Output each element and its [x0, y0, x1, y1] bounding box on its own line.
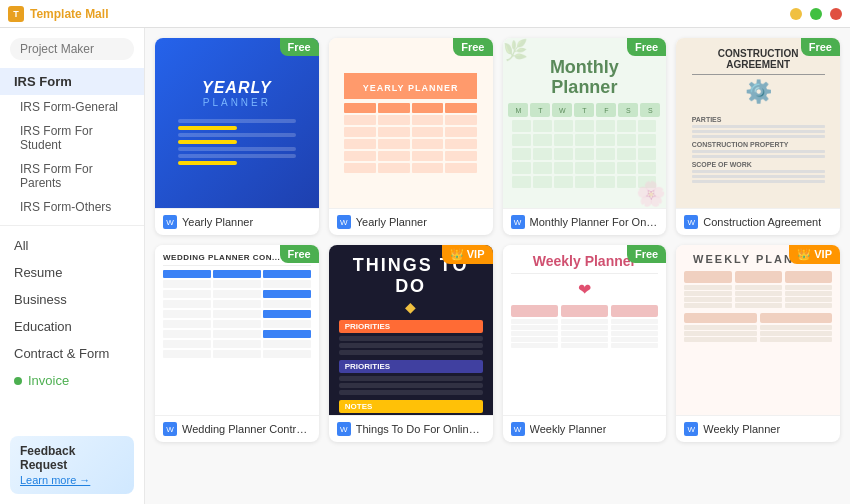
wedding-cell	[213, 290, 261, 298]
search-input[interactable]	[20, 42, 145, 56]
todo-line	[339, 390, 483, 395]
wedding-cell	[213, 280, 261, 288]
weekly-free-grid	[511, 305, 659, 349]
monthly-cal-cell	[575, 148, 594, 160]
wv-bottom-section	[684, 313, 756, 343]
sidebar-item-invoice[interactable]: Invoice	[0, 367, 144, 394]
card-icon-weekly-vip: W	[684, 422, 698, 436]
yearly-2-cell	[445, 151, 477, 161]
close-button[interactable]	[830, 8, 842, 20]
card-yearly-2[interactable]: YEARLY PLANNER	[329, 38, 493, 235]
card-weekly-free[interactable]: Weekly Planner ❤	[503, 245, 667, 442]
yearly-2-cell	[412, 103, 444, 113]
wv-line	[785, 297, 832, 302]
content-area: Yearly PLANNER Free	[145, 28, 850, 504]
sidebar-item-resume[interactable]: Resume	[0, 259, 144, 286]
invoice-dot	[14, 377, 22, 385]
sidebar-item-business[interactable]: Business	[0, 286, 144, 313]
wv-line	[684, 331, 756, 336]
monthly-cal-cell	[617, 162, 636, 174]
yearly-2-cell	[344, 127, 376, 137]
wv-line	[684, 291, 731, 296]
yearly-2-cell	[378, 151, 410, 161]
sidebar-divider	[0, 225, 144, 226]
wf-line	[511, 331, 558, 336]
card-thumbnail-yearly-1: Yearly PLANNER Free	[155, 38, 319, 208]
sidebar-sub-irs-parents[interactable]: IRS Form For Parents	[0, 157, 144, 195]
card-weekly-vip[interactable]: WEEKLY PLANNER	[676, 245, 840, 442]
wedding-row	[163, 310, 311, 318]
card-footer-yearly-1: W Yearly Planner	[155, 208, 319, 235]
sidebar-item-all[interactable]: All	[0, 232, 144, 259]
wedding-cell	[263, 290, 311, 298]
sidebar-bottom: Feedback Request Learn more →	[0, 426, 144, 504]
sidebar-sub-irs-others[interactable]: IRS Form-Others	[0, 195, 144, 219]
feedback-link[interactable]: Learn more →	[20, 474, 90, 486]
wv-line	[760, 331, 832, 336]
card-title-construction: Construction Agreement	[703, 216, 821, 228]
wedding-cell	[263, 280, 311, 288]
monthly-cal-cell	[512, 176, 531, 188]
todo-diamond: ◆	[339, 299, 483, 315]
template-yearly-1: Yearly PLANNER	[155, 38, 319, 208]
sidebar-item-contract[interactable]: Contract & Form	[0, 340, 144, 367]
wedding-cell	[163, 330, 211, 338]
wv-line	[684, 337, 756, 342]
sidebar-sub-irs-general[interactable]: IRS Form-General	[0, 95, 144, 119]
wedding-cell	[163, 270, 211, 278]
wf-line	[611, 325, 658, 330]
yearly-2-cell	[412, 139, 444, 149]
card-construction[interactable]: CONSTRUCTION AGREEMENT ⚙️ PARTIES CONSTR…	[676, 38, 840, 235]
yearly-2-cell	[445, 115, 477, 125]
wedding-cell	[213, 330, 261, 338]
monthly-cal-cell	[575, 120, 594, 132]
monthly-cal-cell	[638, 148, 657, 160]
app-title: Template Mall	[30, 7, 108, 21]
yearly-2-cell	[344, 103, 376, 113]
template-wedding: WEDDING PLANNER CON...	[155, 245, 319, 415]
card-todo[interactable]: THINGS TO DO ◆ PRIORITIES PRIORITIES	[329, 245, 493, 442]
wv-col	[735, 271, 782, 309]
card-monthly-1[interactable]: 🌿 MonthlyPlanner M T W T F S S 🌸	[503, 38, 667, 235]
monthly-cal-cell	[617, 148, 636, 160]
card-yearly-1[interactable]: Yearly PLANNER Free	[155, 38, 319, 235]
sidebar-item-education[interactable]: Education	[0, 313, 144, 340]
weekly-free-heart: ❤	[511, 280, 659, 299]
yearly-2-cell	[412, 163, 444, 173]
wv-bottom-hdr	[760, 313, 832, 323]
badge-weekly-free: Free	[627, 245, 666, 263]
maximize-button[interactable]	[810, 8, 822, 20]
monthly-cal-cell	[533, 176, 552, 188]
wv-line	[785, 303, 832, 308]
monthly-cal-cell	[575, 162, 594, 174]
monthly-cal-cell	[638, 120, 657, 132]
yearly-1-line2	[178, 133, 296, 137]
yearly-2-cell	[412, 151, 444, 161]
sidebar-item-irs-form[interactable]: IRS Form	[0, 68, 144, 95]
business-label: Business	[14, 292, 67, 307]
day-fri: F	[596, 103, 616, 117]
c-line	[692, 125, 825, 128]
wedding-cell	[163, 350, 211, 358]
badge-yearly-1: Free	[280, 38, 319, 56]
card-icon-yearly-2: W	[337, 215, 351, 229]
c-line	[692, 175, 825, 178]
wedding-cell	[263, 300, 311, 308]
minimize-button[interactable]	[790, 8, 802, 20]
weekly-free-col	[611, 305, 658, 349]
yearly-1-line4	[178, 154, 296, 158]
yearly-2-cell	[412, 127, 444, 137]
card-wedding[interactable]: WEDDING PLANNER CON...	[155, 245, 319, 442]
card-title-wedding: Wedding Planner Contract	[182, 423, 311, 435]
wf-line	[561, 319, 608, 324]
feedback-box: Feedback Request Learn more →	[10, 436, 134, 494]
yearly-2-cell	[344, 151, 376, 161]
yearly-2-cell	[378, 163, 410, 173]
todo-priorities: PRIORITIES	[339, 320, 483, 333]
sidebar-sub-irs-student[interactable]: IRS Form For Student	[0, 119, 144, 157]
c-line	[692, 180, 825, 183]
template-todo: THINGS TO DO ◆ PRIORITIES PRIORITIES	[329, 245, 493, 415]
day-tue: T	[530, 103, 550, 117]
todo-line	[339, 383, 483, 388]
search-box[interactable]: 🔍	[10, 38, 134, 60]
